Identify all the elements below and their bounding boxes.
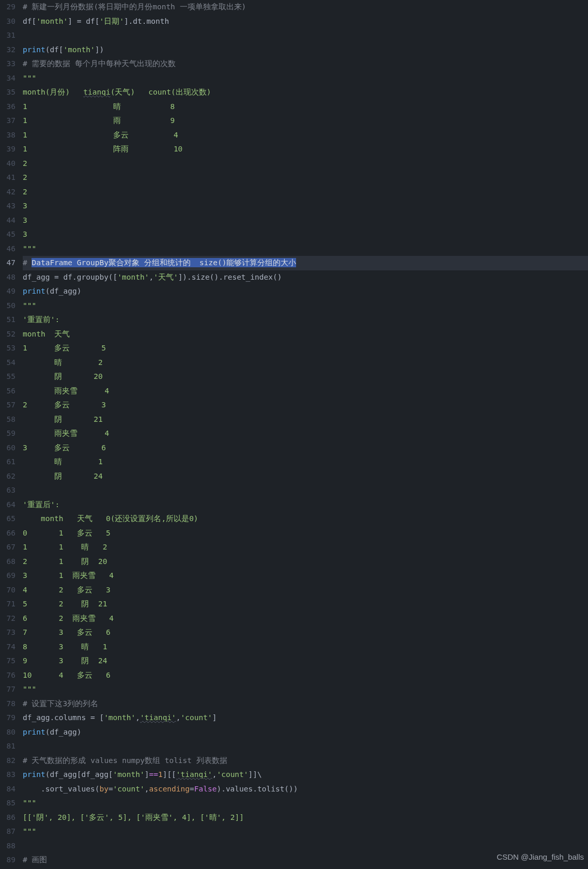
token-str_w: tianqi <box>83 88 110 96</box>
token-str: 3 <box>23 230 27 238</box>
code-line[interactable]: 阴 24 <box>23 469 588 484</box>
code-line[interactable]: [['阴', 20], ['多云', 5], ['雨夹雪', 4], ['晴',… <box>23 811 588 825</box>
code-line[interactable]: month 天气 0(还没设置列名,所以是0) <box>23 512 588 526</box>
line-number: 54 <box>0 356 16 370</box>
code-line[interactable] <box>23 483 588 498</box>
code-line[interactable]: 1 阵雨 10 <box>23 142 588 157</box>
code-line[interactable]: # DataFrame GroupBy聚合对象 分组和统计的 size()能够计… <box>23 256 588 270</box>
code-line[interactable]: 0 1 多云 5 <box>23 526 588 541</box>
code-line[interactable]: 1 雨 9 <box>23 114 588 128</box>
code-area[interactable]: # 新建一列月份数据(将日期中的月份month 一项单独拿取出来)df['mon… <box>23 0 588 867</box>
token-str: 2 <box>23 173 27 181</box>
code-line[interactable]: """ <box>23 682 588 697</box>
token-str: 雨夹雪 4 <box>23 387 109 395</box>
code-line[interactable]: print(df['month']) <box>23 43 588 57</box>
code-line[interactable]: '重置前': <box>23 313 588 327</box>
code-line[interactable]: print(df_agg[df_agg['month']==1][['tianq… <box>23 768 588 782</box>
token-str: 1 1 晴 2 <box>23 543 107 551</box>
code-line[interactable] <box>23 739 588 754</box>
token-str: 'month' <box>64 45 95 54</box>
token-id: = <box>190 785 194 793</box>
line-number: 33 <box>0 57 16 71</box>
token-str: 'month' <box>117 273 149 281</box>
code-line[interactable]: # 设置下这3列的列名 <box>23 697 588 711</box>
code-line[interactable]: 3 多云 6 <box>23 441 588 455</box>
code-line[interactable]: 9 3 阴 24 <box>23 654 588 668</box>
token-str: 9 3 阴 24 <box>23 657 107 665</box>
line-number: 48 <box>0 270 16 285</box>
token-str: 'month' <box>104 713 135 722</box>
token-id: ]).size().reset_index() <box>178 273 282 281</box>
code-line[interactable]: 2 <box>23 171 588 185</box>
code-line[interactable]: 雨夹雪 4 <box>23 426 588 441</box>
code-line[interactable]: month 天气 <box>23 327 588 342</box>
code-line[interactable]: """ <box>23 825 588 839</box>
code-line[interactable]: 阴 20 <box>23 370 588 384</box>
code-line[interactable]: df_agg.columns = ['month','tianqi','coun… <box>23 711 588 725</box>
code-line[interactable]: 2 多云 3 <box>23 398 588 413</box>
code-line[interactable]: 3 <box>23 199 588 214</box>
code-line[interactable] <box>23 28 588 43</box>
code-line[interactable]: df_agg = df.groupby(['month','天气']).size… <box>23 270 588 285</box>
code-line[interactable]: 3 <box>23 227 588 242</box>
code-line[interactable]: 10 4 多云 6 <box>23 668 588 683</box>
code-line[interactable]: # 天气数据的形成 values numpy数组 tolist 列表数据 <box>23 754 588 768</box>
token-kw: == <box>149 770 158 779</box>
code-line[interactable]: 8 3 晴 1 <box>23 640 588 654</box>
token-str: """ <box>23 245 36 253</box>
code-line[interactable]: print(df_agg) <box>23 284 588 299</box>
token-str: (天气) count(出现次数) <box>111 88 211 96</box>
token-comment: # 天气数据的形成 values numpy数组 tolist 列表数据 <box>23 756 227 765</box>
code-line[interactable]: 晴 1 <box>23 455 588 469</box>
token-id: ]) <box>95 45 104 54</box>
code-line[interactable]: # 需要的数据 每个月中每种天气出现的次数 <box>23 57 588 71</box>
line-number: 42 <box>0 185 16 200</box>
code-line[interactable]: 4 2 多云 3 <box>23 583 588 598</box>
code-line[interactable]: 2 1 阴 20 <box>23 555 588 569</box>
token-named: ascending <box>149 785 190 793</box>
code-line[interactable]: month(月份) tianqi(天气) count(出现次数) <box>23 85 588 100</box>
token-str: 6 2 雨夹雪 4 <box>23 614 114 622</box>
code-line[interactable]: df['month'] = df['日期'].dt.month <box>23 14 588 29</box>
code-line[interactable]: """ <box>23 796 588 811</box>
line-number: 34 <box>0 71 16 86</box>
token-str: '重置前': <box>23 315 59 324</box>
token-comment: # <box>23 258 32 267</box>
token-id: , <box>149 273 153 281</box>
code-line[interactable]: print(df_agg) <box>23 725 588 740</box>
token-str: 3 <box>23 202 27 210</box>
code-line[interactable]: 6 2 雨夹雪 4 <box>23 612 588 626</box>
code-line[interactable]: 7 3 多云 6 <box>23 626 588 640</box>
code-line[interactable]: # 新建一列月份数据(将日期中的月份month 一项单独拿取出来) <box>23 0 588 14</box>
code-line[interactable]: 阴 21 <box>23 413 588 427</box>
code-line[interactable]: '重置后': <box>23 498 588 512</box>
line-number: 49 <box>0 284 16 299</box>
code-line[interactable]: 3 <box>23 214 588 228</box>
token-num: 1 <box>158 770 163 779</box>
code-line[interactable]: 1 多云 5 <box>23 341 588 356</box>
code-editor[interactable]: 2930313233343536373839404142434445464748… <box>0 0 588 867</box>
code-line[interactable]: 1 1 晴 2 <box>23 540 588 555</box>
code-line[interactable]: """ <box>23 71 588 86</box>
token-id: (df_agg) <box>45 287 82 295</box>
token-str_w: 'tianqi' <box>176 770 212 779</box>
token-sel: DataFrame GroupBy聚合对象 分组和统计的 size()能够计算分… <box>32 258 296 267</box>
code-line[interactable]: 雨夹雪 4 <box>23 384 588 399</box>
line-number: 75 <box>0 654 16 668</box>
line-number: 61 <box>0 455 16 469</box>
code-line[interactable]: """ <box>23 299 588 313</box>
token-str: 1 阵雨 10 <box>23 145 182 153</box>
code-line[interactable]: 2 <box>23 157 588 171</box>
code-line[interactable]: 1 多云 4 <box>23 128 588 143</box>
code-line[interactable]: 1 晴 8 <box>23 100 588 114</box>
code-line[interactable]: 2 <box>23 185 588 200</box>
code-line[interactable]: .sort_values(by='count',ascending=False)… <box>23 782 588 797</box>
token-str: 1 多云 4 <box>23 131 178 139</box>
line-number: 69 <box>0 569 16 583</box>
code-line[interactable]: 5 2 阴 21 <box>23 597 588 612</box>
code-line[interactable]: 晴 2 <box>23 356 588 370</box>
line-number: 65 <box>0 512 16 526</box>
code-line[interactable]: 3 1 雨夹雪 4 <box>23 569 588 583</box>
token-kw: False <box>194 785 217 793</box>
code-line[interactable]: """ <box>23 242 588 256</box>
